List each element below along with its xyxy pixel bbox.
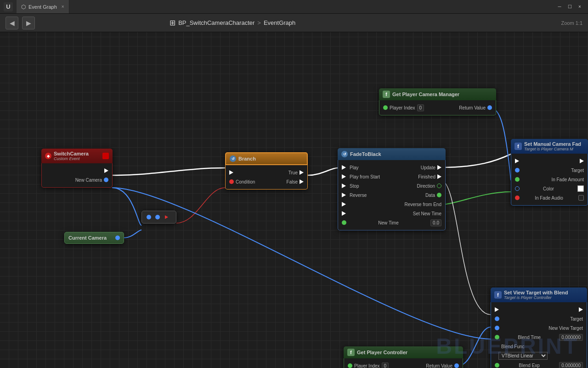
tab-label: Event Graph (28, 4, 57, 10)
fade-stop-row: Stop Direction (338, 181, 445, 190)
set-view-blend-time-pin[interactable] (495, 335, 499, 339)
fade-new-time-pin[interactable] (342, 220, 346, 225)
true-pin[interactable] (300, 170, 304, 175)
event-icon: ◆ (45, 153, 51, 159)
switch-camera-title-text: SwitchCamera (54, 151, 89, 156)
compare-in2-pin[interactable] (155, 215, 160, 219)
fade-set-time-pin[interactable] (342, 211, 346, 216)
get-player-ctrl-header: f Get Player Controller (344, 346, 463, 358)
breadcrumb-separator: > (257, 19, 261, 26)
branch-icon: ↺ (230, 155, 236, 162)
fade-stop-pin[interactable] (342, 184, 346, 188)
set-view-exec-out[interactable] (579, 307, 583, 312)
fade-to-black-node[interactable]: ↺ FadeToBlack Play Update Play from Star… (338, 148, 446, 230)
player-index-pin[interactable] (383, 105, 388, 110)
close-button[interactable]: × (575, 2, 584, 12)
set-view-blend-exp-value[interactable]: 0.000000 (559, 362, 583, 368)
branch-node[interactable]: ↺ Branch True Condition False (225, 152, 308, 190)
blend-func-select[interactable]: VTBlend Linear VTBlend Cubic VTBlend Eas… (498, 352, 548, 360)
color-swatch[interactable] (577, 185, 584, 192)
fade-new-time-row: New Time 0.0 (338, 218, 445, 227)
blueprint-canvas[interactable]: ◆ SwitchCamera Custom Event New Camera ↺… (0, 32, 588, 368)
title-bar: U ⬡ Event Graph × ─ ☐ × (0, 0, 588, 14)
set-manual-fade-amount-pin[interactable] (515, 177, 520, 182)
set-view-target-node[interactable]: f Set View Target with Blend Target is P… (491, 288, 587, 368)
set-manual-camera-fade-node[interactable]: f Set Manual Camera Fad Target is Player… (511, 139, 588, 206)
branch-condition-row: Condition False (226, 177, 307, 186)
set-manual-audio-pin[interactable] (515, 196, 520, 200)
set-view-target-pin[interactable] (495, 316, 499, 321)
fade-direction-pin[interactable] (437, 184, 441, 188)
set-view-exec-in[interactable] (495, 307, 499, 312)
fade-audio-checkbox[interactable] (578, 195, 584, 201)
condition-pin[interactable] (229, 179, 234, 184)
forward-button[interactable]: ▶ (22, 17, 35, 29)
set-view-blend-time-value[interactable]: 0.000000 (559, 334, 583, 341)
set-manual-exec-out[interactable] (580, 159, 584, 163)
fade-play-pin[interactable] (342, 165, 346, 170)
return-value-pin[interactable] (487, 105, 492, 110)
fade-update-pin[interactable] (437, 165, 441, 170)
set-view-new-target-pin[interactable] (495, 326, 499, 330)
maximize-button[interactable]: ☐ (565, 2, 574, 12)
player-index-label: Player Index (390, 105, 415, 110)
fade-new-time-value[interactable]: 0.0 (430, 219, 441, 226)
tab-close-button[interactable]: × (62, 4, 64, 9)
new-camera-pin[interactable] (104, 178, 108, 182)
collapse-icon[interactable] (102, 153, 109, 159)
compare-in1-pin[interactable] (147, 215, 151, 219)
return-value-label: Return Value (459, 105, 486, 110)
breadcrumb-icon: ⊞ (170, 18, 175, 27)
zoom-label: Zoom 1:1 (561, 20, 582, 26)
set-manual-target-pin[interactable] (515, 168, 520, 172)
fade-body: Play Update Play from Start Finished Sto… (338, 160, 446, 230)
set-view-blend-time-row: Blend Time 0.000000 (491, 333, 587, 342)
set-manual-subtitle: Target is Player Camera M (524, 147, 581, 151)
player-index-value[interactable]: 0 (417, 104, 424, 111)
window-controls: ─ ☐ × (555, 2, 584, 12)
branch-exec-in-pin[interactable] (229, 170, 233, 175)
player-ctrl-index-pin[interactable] (348, 363, 352, 368)
set-manual-exec-in[interactable] (515, 159, 519, 163)
set-view-blend-exp-pin[interactable] (495, 363, 499, 368)
breadcrumb-project[interactable]: BP_SwitchCameraCharacter (178, 19, 254, 26)
compare-header (141, 211, 176, 224)
compare-out-pin[interactable] (165, 215, 168, 219)
set-view-body: Target New View Target Blend Time 0.0000… (491, 302, 587, 368)
player-ctrl-index-label: Player Index (354, 363, 380, 368)
set-manual-color-pin[interactable] (515, 186, 520, 191)
fade-rev-end-pin[interactable] (342, 202, 346, 207)
switch-camera-subtitle: Custom Event (54, 156, 89, 161)
player-ctrl-return-pin[interactable] (454, 363, 459, 368)
get-player-camera-manager-node[interactable]: f Get Player Camera Manager Player Index… (379, 88, 496, 115)
fade-reverse-pin[interactable] (342, 193, 346, 197)
exec-out-pin[interactable] (104, 168, 108, 173)
set-manual-color-label: Color (543, 186, 554, 191)
set-view-target-label: Target (570, 316, 583, 322)
current-camera-pin[interactable] (115, 236, 120, 240)
current-camera-header: Current Camera (64, 232, 124, 244)
player-ctrl-index-value[interactable]: 0 (382, 362, 389, 368)
get-player-controller-node[interactable]: f Get Player Controller Player Index 0 R… (344, 346, 463, 368)
fade-finished-pin[interactable] (437, 174, 441, 179)
fade-play-start-label: Play from Start (350, 174, 380, 179)
event-graph-tab[interactable]: ⬡ Event Graph × (17, 0, 69, 13)
get-player-ctrl-title: Get Player Controller (357, 350, 407, 355)
fade-update-label: Update (421, 165, 435, 170)
back-button[interactable]: ◀ (6, 17, 18, 29)
minimize-button[interactable]: ─ (555, 2, 564, 12)
set-manual-target-row: Target (511, 166, 588, 175)
set-view-blend-func-row: Blend Func (491, 342, 587, 351)
set-view-blend-func-label: Blend Func (501, 344, 525, 349)
set-manual-audio-row: In Fade Audio (511, 193, 588, 202)
fade-data-pin[interactable] (437, 193, 441, 197)
compare-node[interactable] (141, 211, 176, 224)
get-player-ctrl-func-icon: f (347, 349, 355, 356)
switch-camera-node[interactable]: ◆ SwitchCamera Custom Event New Camera (41, 149, 113, 188)
false-pin[interactable] (300, 179, 304, 184)
fade-play-start-pin[interactable] (342, 174, 346, 179)
get-camera-mgr-body: Player Index 0 Return Value (379, 100, 496, 115)
set-view-func-icon: f (494, 291, 502, 299)
current-camera-node[interactable]: Current Camera (64, 232, 124, 244)
switch-camera-body: New Camera (41, 163, 113, 188)
